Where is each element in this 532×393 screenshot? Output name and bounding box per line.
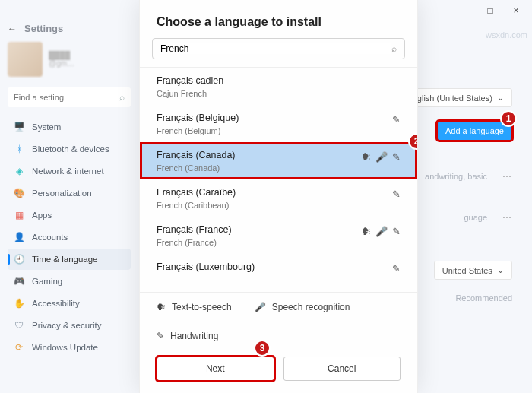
nav-icon: 🎮 (14, 276, 24, 287)
nav-label: System (32, 122, 61, 132)
nav-icon: ⟳ (14, 342, 24, 353)
mic-icon: 🎤 (375, 226, 388, 237)
settings-window: – □ × ← Settings ████@gm… ⌕ 🖥️SystemᚼBlu… (0, 0, 532, 393)
hand-icon: ✎ (392, 226, 401, 237)
sidebar-item-bluetooth-devices[interactable]: ᚼBluetooth & devices (8, 138, 131, 160)
nav-icon: ᚼ (14, 144, 24, 154)
nav-icon: 🕘 (14, 254, 24, 265)
nav: 🖥️SystemᚼBluetooth & devices◈Network & i… (8, 116, 131, 358)
maximize-button[interactable]: □ (477, 2, 503, 19)
language-native: Français (Luxembourg) (157, 261, 401, 272)
next-button[interactable]: Next (157, 357, 274, 381)
language-native: Français cadien (157, 75, 401, 86)
sidebar-item-personalization[interactable]: 🎨Personalization (8, 182, 131, 204)
language-search[interactable]: ⌕ (152, 38, 405, 59)
language-option[interactable]: Français (Canada)French (Canada)🗣🎤✎2 (140, 142, 417, 179)
sidebar-item-apps[interactable]: ▦Apps (8, 204, 131, 226)
mic-icon: 🎤 (255, 302, 266, 312)
marker-1: 1 (500, 110, 517, 127)
nav-label: Gaming (32, 277, 62, 286)
language-search-input[interactable] (160, 43, 391, 54)
nav-label: Privacy & security (32, 321, 101, 330)
nav-label: Apps (32, 211, 52, 220)
back-icon[interactable]: ← (8, 24, 17, 34)
handwriting-icon: ✎ (157, 331, 164, 341)
sidebar-item-system[interactable]: 🖥️System (8, 116, 131, 138)
language-option[interactable]: Français cadienCajun French (140, 68, 417, 105)
tts-icon: 🗣 (361, 226, 371, 237)
nav-label: Personalization (32, 189, 92, 198)
nav-label: Time & language (32, 255, 98, 264)
nav-icon: 🖥️ (14, 122, 24, 132)
language-local: French (France) (157, 238, 401, 247)
feature-legend: 🗣Text-to-speech 🎤Speech recognition ✎Han… (140, 292, 417, 350)
handwriting-label: Handwriting (170, 331, 218, 341)
speech-label: Speech recognition (272, 302, 350, 312)
tts-icon: 🗣 (361, 151, 371, 163)
add-language-button[interactable]: Add a language (437, 121, 512, 141)
nav-icon: 🎨 (14, 188, 24, 198)
search-icon: ⌕ (391, 43, 397, 54)
marker-3: 3 (254, 340, 271, 357)
nav-label: Accounts (32, 233, 68, 242)
language-native: Français (Caraïbe) (157, 187, 401, 198)
dialog-title: Choose a language to install (140, 0, 417, 38)
search-input[interactable] (14, 93, 119, 102)
sidebar-item-time-language[interactable]: 🕘Time & language (8, 249, 131, 270)
close-button[interactable]: × (503, 2, 529, 19)
nav-icon: ▦ (14, 210, 24, 220)
sidebar-item-network-internet[interactable]: ◈Network & internet (8, 160, 131, 182)
settings-label: Settings (24, 23, 63, 34)
sidebar-item-accessibility[interactable]: ✋Accessibility (8, 293, 131, 314)
user-card[interactable]: ████@gm… (8, 37, 131, 83)
search-icon: ⌕ (119, 92, 125, 103)
mic-icon: 🎤 (375, 151, 388, 163)
nav-icon: 👤 (14, 232, 24, 242)
more-icon[interactable]: ⋯ (502, 212, 512, 223)
chevron-down-icon: ⌄ (497, 93, 504, 103)
nav-label: Accessibility (32, 299, 80, 308)
hand-icon: ✎ (392, 189, 401, 200)
language-option[interactable]: Français (Luxembourg)✎ (140, 254, 417, 282)
minimize-button[interactable]: – (451, 2, 477, 19)
cancel-button[interactable]: Cancel (283, 357, 401, 381)
language-local: French (Canada) (157, 163, 401, 173)
nav-label: Bluetooth & devices (32, 144, 109, 154)
country-select[interactable]: United States ⌄ (434, 261, 512, 280)
hand-icon: ✎ (392, 114, 401, 125)
chevron-down-icon: ⌄ (497, 265, 504, 275)
sidebar-item-accounts[interactable]: 👤Accounts (8, 227, 131, 248)
choose-language-dialog: Choose a language to install ⌕ Français … (139, 0, 418, 393)
more-icon[interactable]: ⋯ (502, 171, 512, 182)
language-local: Cajun French (157, 89, 401, 98)
sidebar-item-gaming[interactable]: 🎮Gaming (8, 271, 131, 292)
language-local: French (Belgium) (157, 126, 401, 135)
nav-icon: ✋ (14, 298, 24, 309)
avatar (8, 42, 43, 77)
hand-icon: ✎ (392, 151, 401, 163)
language-option[interactable]: Français (Caraïbe)French (Caribbean)✎ (140, 179, 417, 217)
find-setting-search[interactable]: ⌕ (8, 87, 131, 107)
language-option[interactable]: Français (Belgique)French (Belgium)✎ (140, 105, 417, 142)
language-native: Français (Belgique) (157, 113, 401, 123)
language-local: French (Caribbean) (157, 201, 401, 210)
pref-lang-fragment: guage (464, 213, 487, 222)
nav-icon: ◈ (14, 166, 24, 176)
sidebar: ← Settings ████@gm… ⌕ 🖥️SystemᚼBluetooth… (0, 21, 138, 393)
marker-2: 2 (408, 133, 417, 150)
sidebar-item-windows-update[interactable]: ⟳Windows Update (8, 337, 131, 358)
language-list[interactable]: Français cadienCajun FrenchFrançais (Bel… (140, 67, 417, 292)
pref-desc-fragment: andwriting, basic (425, 172, 487, 181)
tts-label: Text-to-speech (172, 302, 232, 312)
nav-label: Network & internet (32, 166, 104, 176)
nav-label: Windows Update (32, 343, 98, 352)
language-option[interactable]: Français (France)French (France)🗣🎤✎ (140, 217, 417, 254)
sidebar-item-privacy-security[interactable]: 🛡Privacy & security (8, 315, 131, 336)
watermark: wsxdn.com (486, 30, 527, 40)
hand-icon: ✎ (392, 263, 401, 274)
nav-icon: 🛡 (14, 320, 24, 331)
tts-icon: 🗣 (157, 302, 166, 312)
